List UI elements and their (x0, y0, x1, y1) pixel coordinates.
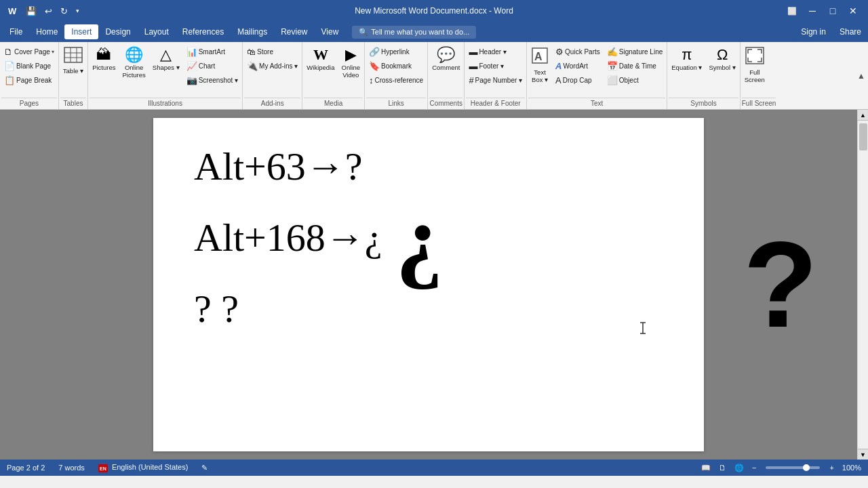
object-button[interactable]: ⬜ Object (604, 73, 666, 87)
footer-button[interactable]: ▬ Footer ▾ (466, 59, 525, 73)
quick-parts-icon: ⚙ (555, 47, 564, 57)
language-status[interactable]: EN English (United States) (97, 463, 190, 472)
wordart-button[interactable]: A WordArt (553, 59, 603, 73)
blank-page-icon: 📄 (4, 61, 15, 71)
date-time-button[interactable]: 📅 Date & Time (604, 59, 666, 73)
equation-icon: π (682, 47, 692, 63)
zoom-level[interactable]: 100% (841, 464, 863, 472)
zoom-in-button[interactable]: + (828, 464, 835, 472)
bookmark-icon: 🔖 (369, 61, 380, 71)
online-video-icon: ▶ (345, 47, 357, 63)
ribbon-group-fullscreen: FullScreen Full Screen (741, 42, 778, 109)
ribbon-group-text: A TextBox ▾ ⚙ Quick Parts A WordArt A Dr… (527, 42, 667, 109)
doc-line3: ? ? (194, 287, 663, 331)
menu-review[interactable]: Review (274, 24, 314, 39)
drop-cap-button[interactable]: A Drop Cap (553, 73, 603, 87)
quick-access-dropdown[interactable]: ▾ (73, 6, 82, 16)
my-addins-button[interactable]: 🔌 My Add-ins ▾ (244, 59, 300, 73)
text-box-button[interactable]: A TextBox ▾ (528, 45, 551, 85)
svg-text:EN: EN (100, 466, 106, 471)
status-bar-right: 📖 🗋 🌐 − + 100% (700, 464, 863, 472)
ribbon-group-illustrations: 🏔 Pictures 🌐 OnlinePictures △ Shapes ▾ 📊… (88, 42, 243, 109)
shapes-button[interactable]: △ Shapes ▾ (150, 45, 182, 73)
wordart-icon: A (555, 61, 561, 71)
title-text: New Microsoft Word Document.docx - Word (355, 6, 513, 16)
full-screen-button[interactable]: FullScreen (742, 45, 768, 85)
maximize-button[interactable]: □ (823, 3, 842, 18)
table-button[interactable]: Table ▾ (60, 45, 86, 77)
header-button[interactable]: ▬ Header ▾ (466, 45, 525, 59)
screenshot-button[interactable]: 📷 Screenshot ▾ (184, 73, 241, 87)
menu-insert[interactable]: Insert (64, 24, 98, 39)
online-pictures-button[interactable]: 🌐 OnlinePictures (120, 45, 149, 81)
scroll-up-button[interactable]: ▲ (858, 110, 868, 121)
comments-group-label: Comments (429, 98, 462, 109)
pictures-button[interactable]: 🏔 Pictures (90, 45, 118, 73)
ribbon-toggle-icon[interactable]: ⬜ (783, 3, 802, 18)
ribbon-group-addins: 🛍 Store 🔌 My Add-ins ▾ Add-ins (243, 42, 302, 109)
signature-line-button[interactable]: ✍ Signature Line (604, 45, 666, 59)
menu-design[interactable]: Design (98, 24, 137, 39)
scroll-down-button[interactable]: ▼ (858, 449, 868, 460)
cover-page-dropdown-arrow: ▾ (52, 49, 54, 55)
ribbon-group-header-footer: ▬ Header ▾ ▬ Footer ▾ # Page Number ▾ He… (465, 42, 527, 109)
sign-in-area: Sign in Share (797, 26, 865, 38)
page-number-button[interactable]: # Page Number ▾ (466, 73, 525, 87)
title-bar: W 💾 ↩ ↻ ▾ New Microsoft Word Document.do… (0, 0, 868, 22)
store-button[interactable]: 🛍 Store (244, 45, 300, 59)
menu-file[interactable]: File (3, 24, 29, 39)
minimize-button[interactable]: ─ (803, 3, 822, 18)
zoom-out-button[interactable]: − (751, 464, 757, 472)
redo-icon[interactable]: ↻ (58, 5, 71, 18)
wikipedia-button[interactable]: W Wikipedia (304, 45, 337, 73)
cover-page-icon: 🗋 (4, 47, 13, 57)
comment-button[interactable]: 💬 Comment (429, 45, 462, 73)
hyperlink-button[interactable]: 🔗 Hyperlink (366, 45, 426, 59)
footer-icon: ▬ (469, 61, 477, 71)
web-layout-icon[interactable]: 🌐 (733, 464, 745, 472)
sign-in-button[interactable]: Sign in (797, 26, 830, 38)
word-count-status[interactable]: 7 words (57, 464, 86, 472)
menu-references[interactable]: References (176, 24, 231, 39)
links-group-label: Links (366, 98, 426, 109)
tell-me-input[interactable]: 🔍 Tell me what you want to do... (352, 26, 476, 39)
online-pictures-icon: 🌐 (125, 47, 143, 63)
blank-page-button[interactable]: 📄 Blank Page (1, 59, 57, 73)
menu-view[interactable]: View (315, 24, 346, 39)
page-status[interactable]: Page 2 of 2 (5, 464, 46, 472)
equation-button[interactable]: π Equation ▾ (669, 45, 705, 73)
menu-mailings[interactable]: Mailings (231, 24, 274, 39)
menu-layout[interactable]: Layout (138, 24, 176, 39)
zoom-slider[interactable] (766, 466, 820, 469)
svg-rect-0 (64, 47, 82, 62)
text-group-label: Text (528, 98, 665, 109)
tables-group-label: Tables (60, 98, 86, 109)
document-area[interactable]: Alt+63→? Alt+168→¿ ¿ ? ? (153, 118, 704, 451)
share-button[interactable]: Share (835, 26, 865, 38)
undo-icon[interactable]: ↩ (42, 5, 55, 18)
quick-access: 💾 ↩ ↻ ▾ (23, 5, 82, 18)
scrollbar[interactable]: ▲ ▼ (857, 110, 868, 460)
status-bar: Page 2 of 2 7 words EN English (United S… (0, 460, 868, 476)
track-changes-icon[interactable]: ✎ (200, 464, 209, 472)
online-video-button[interactable]: ▶ OnlineVideo (339, 45, 363, 81)
save-icon[interactable]: 💾 (23, 5, 39, 18)
date-time-icon: 📅 (607, 61, 618, 71)
smartart-button[interactable]: 📊 SmartArt (184, 45, 241, 59)
symbol-button[interactable]: Ω Symbol ▾ (706, 45, 738, 73)
cross-reference-button[interactable]: ↕ Cross-reference (366, 73, 426, 87)
scroll-thumb[interactable] (859, 123, 867, 150)
read-mode-icon[interactable]: 📖 (700, 464, 712, 472)
cover-page-button[interactable]: 🗋 Cover Page ▾ (1, 45, 57, 59)
bookmark-button[interactable]: 🔖 Bookmark (366, 59, 426, 73)
print-layout-icon[interactable]: 🗋 (717, 464, 728, 472)
page-break-button[interactable]: 📋 Page Break (1, 73, 57, 87)
chart-button[interactable]: 📈 Chart (184, 59, 241, 73)
quick-parts-button[interactable]: ⚙ Quick Parts (553, 45, 603, 59)
menu-home[interactable]: Home (29, 24, 64, 39)
ribbon-collapse-button[interactable]: ▲ (854, 42, 868, 109)
word-icon: W (5, 5, 19, 18)
table-label: Table ▾ (63, 67, 83, 75)
shapes-icon: △ (160, 47, 172, 63)
close-button[interactable]: ✕ (844, 3, 863, 18)
